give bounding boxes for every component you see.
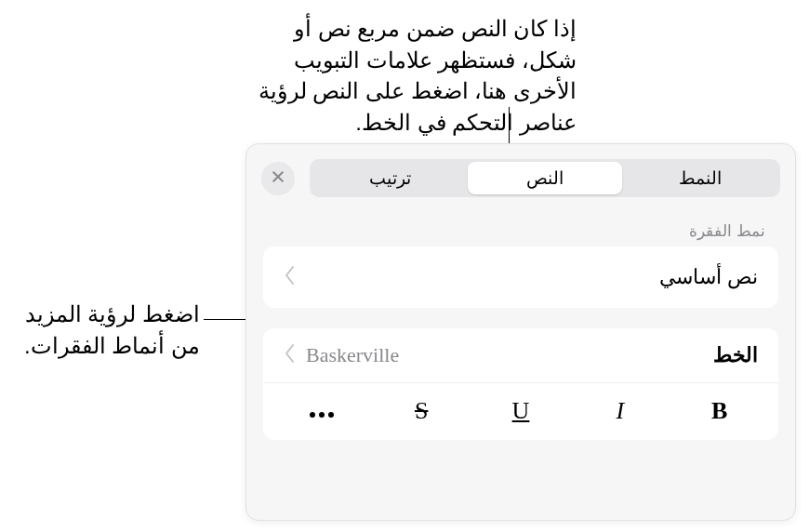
chevron-left-icon [284, 343, 297, 367]
callout-left: اضغط لرؤية المزيد من أنماط الفقرات. [14, 299, 200, 361]
tab-style[interactable]: النمط [622, 162, 777, 194]
font-label: الخط [713, 343, 758, 367]
tab-text[interactable]: النص [468, 162, 623, 194]
font-row[interactable]: الخط Baskerville [263, 328, 778, 383]
font-value-group: Baskerville [284, 343, 399, 367]
font-family-value: Baskerville [306, 343, 399, 367]
paragraph-style-value: نص أساسي [659, 265, 758, 289]
underline-button[interactable]: U [471, 397, 571, 425]
close-icon [271, 169, 285, 188]
svg-point-1 [319, 412, 325, 418]
strikethrough-button[interactable]: S [372, 397, 471, 425]
bold-button[interactable]: B [670, 397, 769, 425]
paragraph-style-row[interactable]: نص أساسي [263, 246, 778, 308]
paragraph-style-label: نمط الفقرة [276, 221, 765, 241]
ellipsis-icon [309, 396, 335, 424]
format-panel: النمط النص ترتيب نمط الفقرة نص أساسي الخ… [245, 143, 796, 521]
svg-point-0 [310, 412, 315, 418]
tab-arrange[interactable]: ترتيب [312, 162, 468, 194]
close-button[interactable] [261, 162, 295, 195]
panel-header: النمط النص ترتيب [246, 144, 795, 197]
tabs-segmented-control: النمط النص ترتيب [310, 159, 780, 197]
callout-top: إذا كان النص ضمن مربع نص أو شكل، فستظهر … [242, 13, 577, 138]
font-card: الخط Baskerville B I U S [263, 328, 778, 440]
italic-button[interactable]: I [570, 397, 670, 425]
more-button[interactable] [272, 396, 372, 425]
svg-point-2 [328, 412, 334, 418]
style-buttons-row: B I U S [263, 383, 778, 440]
chevron-left-icon [284, 265, 297, 289]
